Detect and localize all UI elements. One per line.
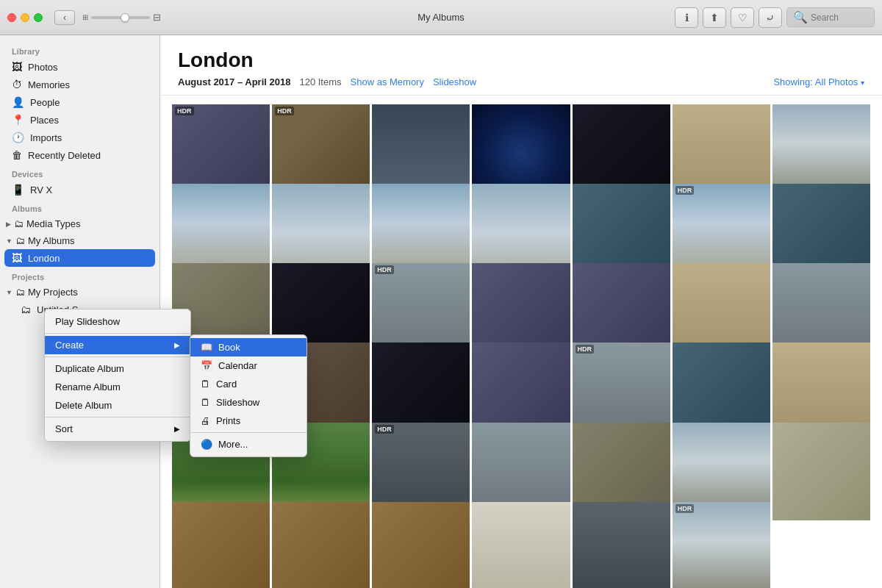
zoom-out-icon: ⊞ <box>82 13 88 21</box>
showing-filter[interactable]: Showing: All Photos ▾ <box>773 76 864 87</box>
submenu-calendar[interactable]: 📅 Calendar <box>190 356 306 375</box>
item-count: 120 Items <box>299 76 341 87</box>
back-button[interactable]: ‹ <box>54 10 75 25</box>
project-icon: 🗂 <box>21 304 31 315</box>
submenu-book[interactable]: 📖 Book <box>190 338 306 356</box>
expanded-triangle-icon: ▼ <box>6 237 12 245</box>
zoom-slider[interactable] <box>91 16 150 19</box>
photo-thumbnail[interactable] <box>573 502 670 588</box>
zoom-slider-area: ⊞ ⊟ <box>82 12 161 23</box>
sidebar-item-label: My Albums <box>28 235 75 246</box>
sidebar-item-label: Media Types <box>26 218 80 229</box>
create-submenu: 📖 Book 📅 Calendar 🗒 Card 🗒 Slideshow 🖨 P… <box>190 334 307 457</box>
sidebar-item-imports[interactable]: 🕐 Imports <box>0 129 159 146</box>
collapsed-triangle-icon: ▶ <box>6 220 11 228</box>
menu-delete[interactable]: Delete Album <box>45 396 190 415</box>
menu-duplicate[interactable]: Duplicate Album <box>45 359 190 378</box>
sidebar-item-label: London <box>28 253 60 264</box>
sidebar-item-media-types[interactable]: ▶ 🗂 Media Types <box>0 215 159 232</box>
submenu-slideshow[interactable]: 🗒 Slideshow <box>190 393 306 412</box>
submenu-separator <box>190 432 306 433</box>
folder-icon: 🗂 <box>15 287 25 298</box>
sidebar-item-label: Recently Deleted <box>28 150 101 161</box>
show-as-memory-link[interactable]: Show as Memory <box>351 76 424 87</box>
close-button[interactable] <box>7 13 16 22</box>
submenu-card[interactable]: 🗒 Card <box>190 375 306 393</box>
sidebar-item-label: Memories <box>28 79 70 90</box>
rotate-button[interactable]: ⤾ <box>759 7 782 28</box>
device-icon: 📱 <box>12 184 24 196</box>
menu-create-label: Create <box>55 340 84 351</box>
projects-section-label: Projects <box>0 267 159 284</box>
search-icon: 🔍 <box>793 10 808 24</box>
sidebar-item-memories[interactable]: ⏱ Memories <box>0 76 159 93</box>
menu-create[interactable]: Create ▶ <box>45 336 190 354</box>
places-icon: 📍 <box>12 114 24 126</box>
sidebar-item-rvx[interactable]: 📱 RV X <box>0 181 159 198</box>
more-icon: 🔵 <box>201 439 212 450</box>
photo-thumbnail[interactable] <box>772 423 870 520</box>
menu-separator-1 <box>45 333 190 334</box>
favorite-button[interactable]: ♡ <box>731 7 754 28</box>
albums-section-label: Albums <box>0 198 159 215</box>
memories-icon: ⏱ <box>12 79 22 90</box>
photo-thumbnail[interactable] <box>272 502 370 588</box>
share-button[interactable]: ⬆ <box>703 7 726 28</box>
menu-play-slideshow-label: Play Slideshow <box>55 316 120 327</box>
context-menu: Play Slideshow Create ▶ Duplicate Album … <box>44 309 191 442</box>
slideshow-link[interactable]: Slideshow <box>433 76 476 87</box>
submenu-arrow-icon: ▶ <box>174 341 180 349</box>
submenu-more[interactable]: 🔵 More... <box>190 435 306 453</box>
folder-icon: 🗂 <box>14 218 24 229</box>
sidebar-item-label: RV X <box>30 184 52 196</box>
minimize-button[interactable] <box>21 13 29 22</box>
photo-thumbnail[interactable] <box>372 502 470 588</box>
window-title: My Albums <box>417 12 465 23</box>
sidebar-item-people[interactable]: 👤 People <box>0 93 159 111</box>
sidebar-item-my-projects[interactable]: ▼ 🗂 My Projects <box>0 284 159 301</box>
submenu-prints[interactable]: 🖨 Prints <box>190 412 306 430</box>
photo-thumbnail[interactable] <box>172 502 270 588</box>
showing-label: Showing: <box>773 76 812 87</box>
menu-rename[interactable]: Rename Album <box>45 378 190 396</box>
maximize-button[interactable] <box>34 13 43 22</box>
photos-icon: 🖼 <box>12 61 22 73</box>
menu-rename-label: Rename Album <box>55 381 121 392</box>
menu-sort[interactable]: Sort ▶ <box>45 420 190 438</box>
submenu-card-label: Card <box>216 379 237 390</box>
showing-value: All Photos <box>815 76 858 87</box>
book-icon: 📖 <box>201 342 212 353</box>
search-input[interactable] <box>811 12 870 23</box>
info-button[interactable]: ℹ <box>675 7 698 28</box>
album-title: London <box>178 49 864 72</box>
people-icon: 👤 <box>12 96 24 108</box>
sidebar-item-label: Places <box>30 115 59 126</box>
traffic-lights <box>7 13 43 22</box>
chevron-down-icon: ▾ <box>861 79 864 87</box>
submenu-book-label: Book <box>218 342 240 353</box>
prints-icon: 🖨 <box>201 415 210 426</box>
titlebar-actions: ℹ ⬆ ♡ ⤾ 🔍 <box>675 7 875 28</box>
devices-section-label: Devices <box>0 164 159 181</box>
menu-duplicate-label: Duplicate Album <box>55 363 124 374</box>
sidebar-item-my-albums[interactable]: ▼ 🗂 My Albums <box>0 232 159 249</box>
folder-icon: 🗂 <box>15 235 25 246</box>
search-box[interactable]: 🔍 <box>786 7 875 27</box>
sidebar-item-photos[interactable]: 🖼 Photos <box>0 58 159 76</box>
photo-thumbnail[interactable] <box>472 502 570 588</box>
card-icon: 🗒 <box>201 379 210 390</box>
menu-play-slideshow[interactable]: Play Slideshow <box>45 312 190 331</box>
sidebar-item-label: Imports <box>30 132 62 143</box>
sidebar-item-recently-deleted[interactable]: 🗑 Recently Deleted <box>0 146 159 164</box>
menu-separator-3 <box>45 417 190 417</box>
sidebar-item-label: My Projects <box>28 287 78 298</box>
album-meta: August 2017 – April 2018 120 Items Show … <box>178 76 864 87</box>
menu-delete-label: Delete Album <box>55 400 112 411</box>
sidebar-item-london[interactable]: 🖼 London <box>4 249 155 267</box>
sidebar-item-places[interactable]: 📍 Places <box>0 111 159 129</box>
date-range: August 2017 – April 2018 <box>178 76 290 87</box>
sidebar-item-label: Photos <box>28 62 57 73</box>
expanded-triangle-icon: ▼ <box>6 289 12 296</box>
photo-thumbnail[interactable]: HDR <box>673 502 770 588</box>
slider-thumb <box>121 13 129 22</box>
